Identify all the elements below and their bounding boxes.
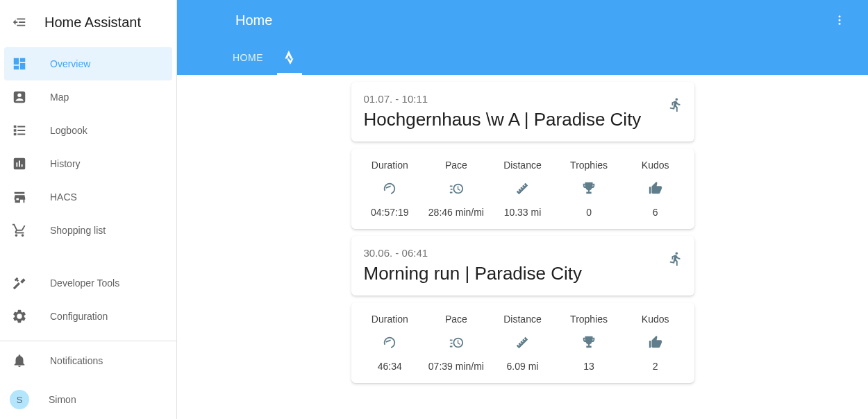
svg-point-0: [839, 15, 841, 17]
sidebar-item-history[interactable]: History: [0, 147, 176, 180]
account-box-icon: [11, 89, 28, 105]
activity-date: 01.07. - 10:11: [364, 93, 682, 105]
sidebar-item-developer-tools[interactable]: Developer Tools: [0, 266, 176, 300]
stat-kudos: Kudos 2: [622, 314, 689, 372]
stat-value: 46:34: [378, 361, 402, 372]
page-title: Home: [235, 12, 272, 28]
store-icon: [11, 189, 28, 205]
sidebar-item-user[interactable]: S Simon: [0, 380, 176, 419]
activity-title: Hochgernhaus \w A | Paradise City: [364, 109, 682, 130]
stat-duration: Duration 04:57:19: [357, 160, 424, 218]
tab-label: HOME: [233, 52, 263, 63]
activity-stats-card: Duration 04:57:19 Pace 28:46 min/mi Dist…: [351, 148, 694, 229]
menu-toggle-button[interactable]: [11, 14, 28, 31]
stat-value: 13: [583, 361, 594, 372]
stat-label: Pace: [445, 160, 467, 171]
speedometer-icon: [382, 334, 397, 351]
activity-header: 01.07. - 10:11 Hochgernhaus \w A | Parad…: [351, 82, 694, 142]
sidebar-spacer: [0, 247, 176, 266]
activity-card: 30.06. - 06:41 Morning run | Paradise Ci…: [351, 236, 694, 296]
stats-row: Duration 46:34 Pace 07:39 min/mi Distanc…: [351, 302, 694, 383]
gear-icon: [11, 308, 28, 325]
stats-row: Duration 04:57:19 Pace 28:46 min/mi Dist…: [351, 148, 694, 229]
sidebar-nav: Overview Map Logbook History HACS Shoppi…: [0, 44, 176, 341]
stat-label: Duration: [372, 314, 408, 325]
sidebar-item-logbook[interactable]: Logbook: [0, 114, 176, 147]
stat-value: 6.09 mi: [507, 361, 539, 372]
stat-value: 6: [653, 207, 658, 218]
stat-label: Duration: [372, 160, 408, 171]
sidebar-item-label: Logbook: [50, 125, 87, 136]
stat-label: Kudos: [642, 160, 669, 171]
stat-distance: Distance 10.33 mi: [490, 160, 556, 218]
stat-value: 2: [653, 361, 658, 372]
stat-value: 07:39 min/mi: [428, 361, 484, 372]
stat-label: Trophies: [570, 314, 608, 325]
user-avatar: S: [10, 390, 29, 409]
ruler-icon: [515, 180, 530, 197]
activity-date: 30.06. - 06:41: [364, 247, 682, 259]
stat-kudos: Kudos 6: [622, 160, 689, 218]
cart-icon: [11, 222, 28, 239]
sidebar: Home Assistant Overview Map Logbook Hist…: [0, 0, 177, 419]
svg-point-1: [839, 19, 841, 22]
stat-trophies: Trophies 0: [556, 160, 622, 218]
main: Home HOME 01.07. - 10:11 Hochgernhaus \w…: [177, 0, 868, 419]
trophy-icon: [581, 180, 596, 197]
trophy-icon: [581, 334, 596, 351]
sidebar-bottom: Notifications S Simon: [0, 341, 176, 419]
speedometer-icon: [382, 180, 397, 197]
header: Home HOME: [177, 0, 868, 75]
app-title: Home Assistant: [44, 15, 141, 31]
ruler-icon: [515, 334, 530, 351]
header-tabs: HOME: [177, 40, 868, 75]
header-top: Home: [177, 0, 868, 40]
activity-stats-card: Duration 46:34 Pace 07:39 min/mi Distanc…: [351, 302, 694, 383]
sidebar-item-notifications[interactable]: Notifications: [0, 341, 176, 380]
tab-home[interactable]: HOME: [233, 40, 263, 75]
stat-value: 10.33 mi: [504, 207, 542, 218]
stat-pace: Pace 28:46 min/mi: [423, 160, 490, 218]
stat-label: Trophies: [570, 160, 608, 171]
sidebar-item-label: Developer Tools: [50, 277, 119, 289]
stat-value: 0: [586, 207, 592, 218]
svg-point-2: [839, 23, 841, 25]
clock-fast-icon: [449, 334, 464, 351]
stat-trophies: Trophies 13: [556, 314, 622, 372]
chart-box-icon: [11, 155, 28, 172]
sidebar-item-label: Notifications: [50, 355, 103, 366]
stat-label: Pace: [445, 314, 467, 325]
list-icon: [11, 122, 28, 139]
sidebar-item-label: Configuration: [50, 311, 108, 322]
thumb-up-icon: [648, 180, 663, 197]
activity-title: Morning run | Paradise City: [364, 263, 682, 284]
sidebar-item-label: History: [50, 158, 81, 169]
sidebar-item-hacs[interactable]: HACS: [0, 180, 176, 214]
run-icon: [668, 251, 683, 266]
sidebar-item-configuration[interactable]: Configuration: [0, 300, 176, 333]
stat-label: Kudos: [642, 314, 669, 325]
activity-header: 30.06. - 06:41 Morning run | Paradise Ci…: [351, 236, 694, 296]
stat-value: 04:57:19: [371, 207, 409, 218]
dots-vertical-icon: [833, 14, 846, 26]
menu-collapse-icon: [12, 15, 27, 30]
stat-label: Distance: [503, 160, 541, 171]
sidebar-item-overview[interactable]: Overview: [4, 47, 172, 80]
sidebar-header: Home Assistant: [0, 0, 176, 44]
strava-icon: [283, 51, 297, 65]
sidebar-item-label: Simon: [49, 394, 76, 405]
sidebar-item-label: Overview: [50, 58, 90, 69]
stat-label: Distance: [503, 314, 541, 325]
clock-fast-icon: [449, 180, 464, 197]
sidebar-item-label: HACS: [50, 191, 77, 203]
sidebar-item-shopping-list[interactable]: Shopping list: [0, 214, 176, 247]
activity-card: 01.07. - 10:11 Hochgernhaus \w A | Parad…: [351, 82, 694, 142]
tab-strava[interactable]: [283, 40, 297, 75]
stat-distance: Distance 6.09 mi: [490, 314, 556, 372]
stat-duration: Duration 46:34: [357, 314, 424, 372]
header-overflow-button[interactable]: [828, 8, 851, 32]
sidebar-item-map[interactable]: Map: [0, 80, 176, 114]
bell-icon: [11, 352, 28, 369]
sidebar-item-label: Map: [50, 92, 69, 103]
stat-pace: Pace 07:39 min/mi: [423, 314, 490, 372]
